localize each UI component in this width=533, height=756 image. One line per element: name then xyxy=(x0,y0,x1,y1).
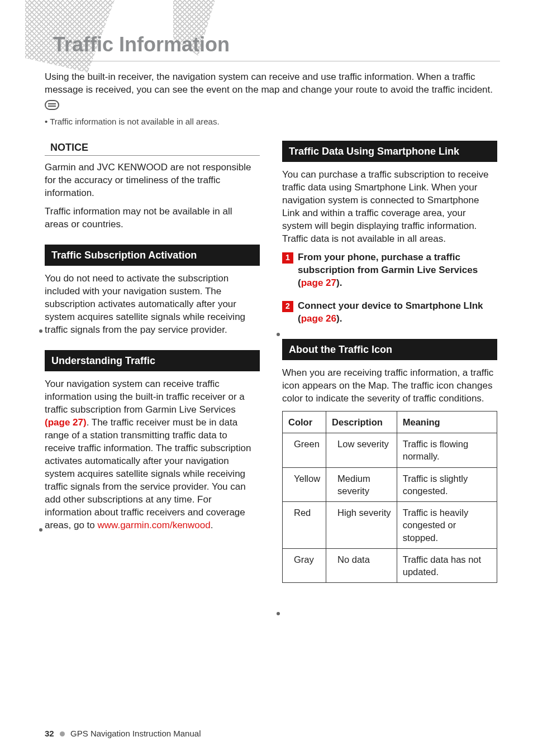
page-footer: 32 GPS Navigation Instruction Manual xyxy=(45,728,201,739)
step-2-number: 2 xyxy=(282,301,293,312)
notice-p2: Traffic information may not be available… xyxy=(45,205,258,231)
table-row: Gray No data Traffic data has not update… xyxy=(283,548,497,583)
th-color: Color xyxy=(283,411,326,433)
notice-p1: Garmin and JVC KENWOOD are not responsib… xyxy=(45,161,258,200)
page-number: 32 xyxy=(45,729,54,738)
right-column: Traffic Data Using Smartphone Link You c… xyxy=(282,141,497,583)
cell-desc: High severity xyxy=(326,502,397,549)
cell-desc: Medium severity xyxy=(326,467,397,502)
step-2-text: Connect your device to Smartphone LInk (… xyxy=(298,300,495,326)
cell-desc: No data xyxy=(326,548,397,583)
section-divider-dot xyxy=(39,329,42,333)
intro-body: Using the built-in receiver, the navigat… xyxy=(45,71,497,97)
page-link-26[interactable]: page 26 xyxy=(301,313,336,324)
understanding-mid: . The traffic receiver must be in data r… xyxy=(45,417,251,530)
footer-title: GPS Navigation Instruction Manual xyxy=(70,729,201,738)
th-description: Description xyxy=(326,411,397,433)
section-icon-heading: About the Traffic Icon xyxy=(282,339,497,360)
cell-meaning: Traffic data has not updated. xyxy=(397,548,497,583)
step-1-number: 1 xyxy=(282,252,293,264)
page-link-27[interactable]: (page 27) xyxy=(45,417,87,428)
table-header-row: Color Description Meaning xyxy=(283,411,497,433)
page-title: Traffic Information xyxy=(53,31,500,61)
cell-color: Red xyxy=(283,502,326,549)
section-divider-dot xyxy=(277,333,280,336)
understanding-body: Your navigation system can receive traff… xyxy=(45,378,258,532)
icon-body: When you are receiving traffic informati… xyxy=(282,367,495,405)
table-row: Yellow Medium severity Traffic is slight… xyxy=(283,467,497,502)
step-2: 2 Connect your device to Smartphone LInk… xyxy=(282,300,495,326)
intro-note: • Traffic information is not available i… xyxy=(45,116,497,127)
traffic-icon-table: Color Description Meaning Green Low seve… xyxy=(282,411,497,583)
cell-meaning: Traffic is heavily congested or stopped. xyxy=(397,502,497,549)
cell-color: Yellow xyxy=(283,467,326,502)
cell-desc: Low severity xyxy=(326,433,397,467)
table-row: Red High severity Traffic is heavily con… xyxy=(283,502,497,549)
section-divider-dot xyxy=(277,612,280,615)
step-1-text: From your phone, purchase a traffic subs… xyxy=(298,251,495,290)
th-meaning: Meaning xyxy=(397,411,497,433)
cell-meaning: Traffic is slightly congested. xyxy=(397,467,497,502)
notice-heading: NOTICE xyxy=(45,141,260,156)
understanding-pre: Your navigation system can receive traff… xyxy=(45,379,245,415)
external-link-garmin[interactable]: www.garmin.com/kenwood xyxy=(98,520,211,530)
understanding-post: . xyxy=(211,520,213,530)
cell-color: Gray xyxy=(283,548,326,583)
smartphone-body: You can purchase a traffic subscription … xyxy=(282,169,495,246)
section-activation-heading: Traffic Subscription Activation xyxy=(45,245,260,266)
section-understanding-heading: Understanding Traffic xyxy=(45,350,260,371)
left-column: NOTICE Garmin and JVC KENWOOD are not re… xyxy=(45,141,260,583)
section-divider-dot xyxy=(39,528,42,532)
section-smartphone-heading: Traffic Data Using Smartphone Link xyxy=(282,141,497,162)
step-1: 1 From your phone, purchase a traffic su… xyxy=(282,251,495,290)
cell-meaning: Traffic is flowing normally. xyxy=(397,433,497,467)
cell-color: Green xyxy=(283,433,326,467)
note-icon xyxy=(45,100,59,110)
activation-body: You do not need to activate the subscrip… xyxy=(45,272,258,337)
page-link-27[interactable]: page 27 xyxy=(301,277,336,288)
footer-dot-icon xyxy=(60,731,65,736)
table-row: Green Low severity Traffic is flowing no… xyxy=(283,433,497,467)
